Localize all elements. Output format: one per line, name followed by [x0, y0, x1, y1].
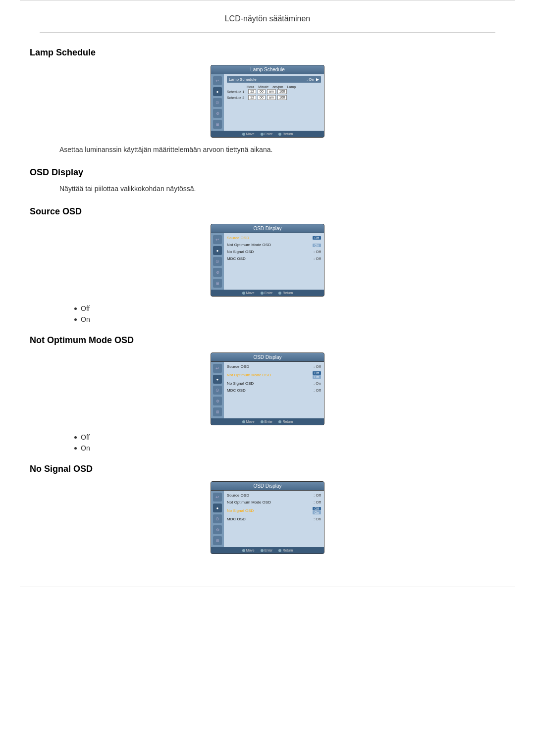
schedule-2-lamp: 100 [277, 95, 287, 100]
nsig-sidebar-icon-5: 🖥 [213, 536, 222, 545]
bullet-dot-icon-1 [74, 307, 77, 310]
osd-display-desc: Näyttää tai piilottaa valikkokohdan näyt… [59, 185, 505, 193]
source-osd-bullets: Off On [74, 304, 505, 323]
nsig-sidebar-icon-2: ● [213, 504, 222, 512]
nopt-bullet-on-label: On [81, 444, 90, 452]
sidebar-icon-4: ⚙ [213, 109, 222, 118]
src-footer-enter: Enter [261, 291, 273, 295]
nsig-footer-move: Move [242, 549, 255, 552]
src-footer-move: Move [242, 291, 255, 295]
nopt-value-1: : Off [314, 364, 321, 369]
nopt-bullet-off-label: Off [81, 433, 90, 441]
lamp-footer: Move Enter Return [211, 131, 324, 137]
col-lamp: Lamp [287, 85, 296, 89]
source-osd-value-3: : Off [314, 250, 321, 254]
move-label: Move [246, 132, 255, 136]
return-label: Return [282, 132, 293, 136]
nopt-value-2-container: Off On [313, 371, 321, 379]
enter-dot-icon [261, 133, 264, 136]
not-optimum-title: Not Optimum Mode OSD [30, 335, 505, 346]
lamp-arrow-icon: ▶ [316, 77, 319, 82]
nopt-label-2: Not Optimum Mode OSD [227, 373, 313, 377]
source-osd-bullet-on-label: On [81, 315, 90, 323]
nopt-footer-enter: Enter [261, 420, 273, 423]
nopt-sidebar-icon-5: 🖥 [213, 407, 222, 416]
nopt-row-1: Source OSD : Off [227, 364, 321, 369]
source-osd-bullet-on: On [74, 315, 505, 323]
nsig-value-1: : Off [314, 493, 321, 498]
nopt-selected-off: Off [313, 371, 321, 375]
nsig-label-3: No Signal OSD [227, 508, 313, 513]
src-sidebar-icon-1: ↩ [213, 235, 222, 244]
nsig-enter-dot-icon [261, 549, 264, 552]
lamp-header-row: Lamp Schedule : On ▶ [227, 76, 321, 83]
page-title: LCD-näytön säätäminen [40, 9, 495, 33]
nsig-row-4: MDC OSD : On [227, 516, 321, 522]
nsig-enter-label: Enter [265, 549, 273, 552]
nsig-row-2: Not Optimum Mode OSD : Off [227, 500, 321, 505]
nopt-option-on: On [313, 375, 321, 379]
src-return-label: Return [282, 291, 293, 295]
nopt-label-1: Source OSD [227, 364, 314, 369]
col-ampm: am/pm [272, 85, 283, 89]
source-osd-label-4: MDC OSD [227, 256, 314, 261]
nsig-sidebar-icon-4: ⚙ [213, 525, 222, 534]
nopt-enter-dot-icon [261, 420, 264, 423]
src-sidebar-icon-3: ⊙ [213, 257, 222, 266]
nopt-label-3: No Signal OSD [227, 381, 314, 386]
not-optimum-screen-title: OSD Display [211, 353, 324, 362]
nsig-move-label: Move [246, 549, 255, 552]
source-osd-row-3: No Signal OSD : Off [227, 249, 321, 254]
nopt-value-3: : On [314, 381, 321, 386]
nopt-enter-label: Enter [265, 420, 273, 423]
nopt-footer: Move Enter Return [211, 418, 324, 425]
return-dot-icon [278, 133, 281, 136]
sidebar-icon-2: ● [213, 87, 222, 96]
no-signal-osd-screen: OSD Display ↩ ● ⊙ ⚙ 🖥 Source OSD : Off N… [30, 481, 505, 554]
nopt-bullet-on: On [74, 444, 505, 452]
footer-enter: Enter [261, 132, 273, 136]
col-minute: Minute [258, 85, 268, 89]
bottom-rule [20, 587, 515, 587]
nopt-row-2: Not Optimum Mode OSD Off On [227, 371, 321, 379]
not-optimum-content: Source OSD : Off Not Optimum Mode OSD Of… [224, 362, 324, 418]
source-osd-screen-title: OSD Display [211, 224, 324, 233]
nsig-value-3-container: Off On [313, 507, 321, 514]
lamp-sidebar: ↩ ● ⊙ ⚙ 🖥 [211, 74, 224, 131]
source-osd-value-2: On [313, 244, 321, 247]
source-osd-row-1: Source OSD Off [227, 235, 321, 241]
schedule-1-ampm: am [267, 89, 276, 94]
enter-label: Enter [265, 132, 273, 136]
footer-return: Return [278, 132, 293, 136]
nsig-label-2: Not Optimum Mode OSD [227, 500, 314, 504]
schedule-1-hour: 12 [248, 89, 256, 94]
nopt-return-label: Return [282, 420, 293, 423]
nsig-footer-enter: Enter [261, 549, 273, 552]
sidebar-icon-3: ⊙ [213, 98, 222, 107]
lamp-screen-title: Lamp Schedule [211, 65, 324, 74]
schedule-2-ampm: am [267, 95, 276, 100]
schedule-1-row: Schedule 1 12 00 am 100 [227, 89, 321, 94]
nopt-move-dot-icon [242, 420, 245, 423]
nopt-value-4: : Off [314, 388, 321, 393]
source-osd-value-4: : Off [314, 256, 321, 261]
nsig-move-dot-icon [242, 549, 245, 552]
schedule-2-min: 00 [258, 95, 266, 100]
nopt-bullets: Off On [74, 433, 505, 452]
nopt-row-4: MDC OSD : Off [227, 388, 321, 393]
source-osd-value-1: Off [313, 236, 321, 240]
not-optimum-screen: OSD Display ↩ ● ⊙ ⚙ 🖥 Source OSD : Off N… [30, 353, 505, 425]
nopt-move-label: Move [246, 420, 255, 423]
source-osd-label-2: Not Optimum Mode OSD [227, 243, 313, 247]
nsig-sidebar-icon-1: ↩ [213, 493, 222, 502]
osd-display-title: OSD Display [30, 167, 505, 178]
src-footer-return: Return [278, 291, 293, 295]
lamp-schedule-screen: Lamp Schedule ↩ ● ⊙ ⚙ 🖥 Lamp Schedule : … [30, 65, 505, 138]
source-osd-screen: OSD Display ↩ ● ⊙ ⚙ 🖥 Source OSD Off [30, 224, 505, 297]
col-hour: Hour [247, 85, 254, 89]
nopt-bullet-dot-2 [74, 447, 77, 450]
nsig-sidebar-icon-3: ⊙ [213, 514, 222, 523]
source-osd-selected-off: Off [313, 236, 321, 240]
nopt-sidebar-icon-1: ↩ [213, 364, 222, 373]
nsig-selected-off: Off [313, 507, 321, 510]
